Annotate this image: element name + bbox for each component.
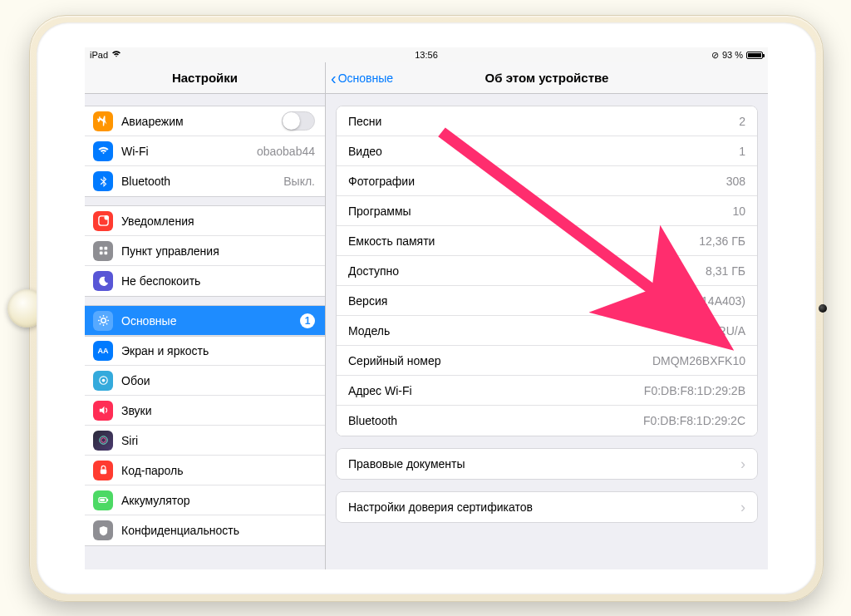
control-center-label: Пункт управления xyxy=(121,244,315,258)
status-device-label: iPad xyxy=(90,50,108,60)
orientation-lock-icon: ⊘ xyxy=(711,50,719,61)
about-row-capacity[interactable]: Емкость памяти12,36 ГБ xyxy=(337,226,757,256)
about-row-wifi-addr[interactable]: Адрес Wi-FiF0:DB:F8:1D:29:2B xyxy=(337,376,757,406)
about-row-videos[interactable]: Видео1 xyxy=(337,136,757,166)
siri-icon xyxy=(97,434,110,446)
chevron-right-icon: › xyxy=(740,456,745,471)
link-legal[interactable]: Правовые документы› xyxy=(337,449,757,479)
sidebar-item-sounds[interactable]: Звуки xyxy=(85,396,325,426)
chevron-left-icon: ‹ xyxy=(331,70,337,86)
status-time: 13:56 xyxy=(415,50,438,60)
battery-icon xyxy=(97,494,110,506)
content-pane: ‹ Основные Об этом устройстве Песни2 Вид… xyxy=(326,62,768,569)
svg-line-14 xyxy=(106,317,106,318)
airplane-icon xyxy=(97,115,110,127)
link-cert-trust[interactable]: Настройки доверия сертификатов› xyxy=(337,492,757,522)
svg-rect-2 xyxy=(99,247,102,250)
wallpaper-icon xyxy=(97,374,110,387)
sidebar-title: Настройки xyxy=(85,62,325,94)
about-row-available[interactable]: Доступно8,31 ГБ xyxy=(337,256,757,286)
notifications-icon xyxy=(97,214,110,227)
svg-line-13 xyxy=(99,323,100,324)
sidebar-item-airplane[interactable]: Авиарежим xyxy=(85,106,325,136)
sidebar-item-wallpaper[interactable]: Обои xyxy=(85,366,325,396)
about-row-photos[interactable]: Фотографии308 xyxy=(337,166,757,196)
battery-percent: 93 % xyxy=(722,50,743,60)
dnd-label: Не беспокоить xyxy=(121,274,315,288)
svg-line-12 xyxy=(106,323,106,324)
svg-line-11 xyxy=(99,317,100,318)
sidebar-item-control-center[interactable]: Пункт управления xyxy=(85,236,325,266)
privacy-icon xyxy=(97,525,110,537)
sidebar-item-general[interactable]: Основные 1 xyxy=(85,306,325,336)
bluetooth-value: Выкл. xyxy=(283,175,315,188)
settings-sidebar: Настройки Авиарежим Wi-Fi obaob xyxy=(85,62,326,569)
sidebar-item-bluetooth[interactable]: Bluetooth Выкл. xyxy=(85,166,325,196)
sidebar-item-battery[interactable]: Аккумулятор xyxy=(85,485,325,515)
passcode-label: Код-пароль xyxy=(121,464,315,477)
svg-point-18 xyxy=(101,438,106,443)
sidebar-item-wifi[interactable]: Wi-Fi obaobab44 xyxy=(85,136,325,166)
front-camera xyxy=(819,304,827,313)
airplane-toggle[interactable] xyxy=(282,111,315,131)
notifications-label: Уведомления xyxy=(121,214,315,228)
sounds-label: Звуки xyxy=(121,404,315,417)
back-label: Основные xyxy=(338,71,393,85)
about-row-version[interactable]: Версия10.0.1 (14A403) xyxy=(337,286,757,316)
chevron-right-icon: › xyxy=(740,500,745,515)
svg-point-6 xyxy=(101,318,106,323)
screen: iPad 13:56 ⊘ 93 % Настройки xyxy=(85,47,768,569)
device-bezel: iPad 13:56 ⊘ 93 % Настройки xyxy=(37,22,816,594)
wifi-icon xyxy=(111,50,121,60)
svg-point-16 xyxy=(101,379,105,382)
battery-label: Аккумулятор xyxy=(121,494,315,507)
content-header: ‹ Основные Об этом устройстве xyxy=(326,62,768,94)
sidebar-item-siri[interactable]: Siri xyxy=(85,426,325,456)
svg-point-1 xyxy=(104,215,109,220)
moon-icon xyxy=(97,275,110,288)
svg-rect-3 xyxy=(104,247,107,250)
status-bar: iPad 13:56 ⊘ 93 % xyxy=(85,47,768,62)
airplane-label: Авиарежим xyxy=(121,115,282,128)
display-icon: AA xyxy=(98,347,109,355)
about-row-apps[interactable]: Программы10 xyxy=(337,196,757,226)
display-label: Экран и яркость xyxy=(121,344,315,357)
lock-icon xyxy=(97,464,110,476)
about-row-bt-addr[interactable]: BluetoothF0:DB:F8:1D:29:2C xyxy=(337,406,757,436)
svg-rect-5 xyxy=(104,251,107,254)
sidebar-item-privacy[interactable]: Конфиденциальность xyxy=(85,515,325,545)
general-label: Основные xyxy=(121,314,300,328)
control-center-icon xyxy=(97,244,110,257)
sidebar-item-display[interactable]: AA Экран и яркость xyxy=(85,336,325,366)
privacy-label: Конфиденциальность xyxy=(121,524,315,537)
svg-rect-22 xyxy=(100,499,105,501)
battery-icon xyxy=(746,52,763,59)
wifi-label: Wi-Fi xyxy=(121,145,257,158)
svg-rect-4 xyxy=(99,251,102,254)
about-row-serial[interactable]: Серийный номерDMQM26BXFK10 xyxy=(337,346,757,376)
svg-rect-21 xyxy=(106,499,107,501)
wallpaper-label: Обои xyxy=(121,374,315,387)
siri-label: Siri xyxy=(121,434,315,447)
general-badge: 1 xyxy=(300,313,315,328)
bluetooth-icon xyxy=(97,175,110,188)
wifi-value: obaobab44 xyxy=(257,145,315,158)
about-row-model[interactable]: МодельMD785RU/A xyxy=(337,316,757,346)
bluetooth-label: Bluetooth xyxy=(121,175,283,188)
sidebar-item-passcode[interactable]: Код-пароль xyxy=(85,456,325,485)
gear-icon xyxy=(97,314,110,327)
wifi-icon xyxy=(97,145,110,157)
ipad-frame: iPad 13:56 ⊘ 93 % Настройки xyxy=(29,15,824,602)
sidebar-item-notifications[interactable]: Уведомления xyxy=(85,206,325,236)
svg-rect-19 xyxy=(100,470,106,475)
sounds-icon xyxy=(97,404,110,416)
about-row-songs[interactable]: Песни2 xyxy=(337,106,757,136)
back-button[interactable]: ‹ Основные xyxy=(331,70,393,86)
sidebar-item-dnd[interactable]: Не беспокоить xyxy=(85,266,325,296)
